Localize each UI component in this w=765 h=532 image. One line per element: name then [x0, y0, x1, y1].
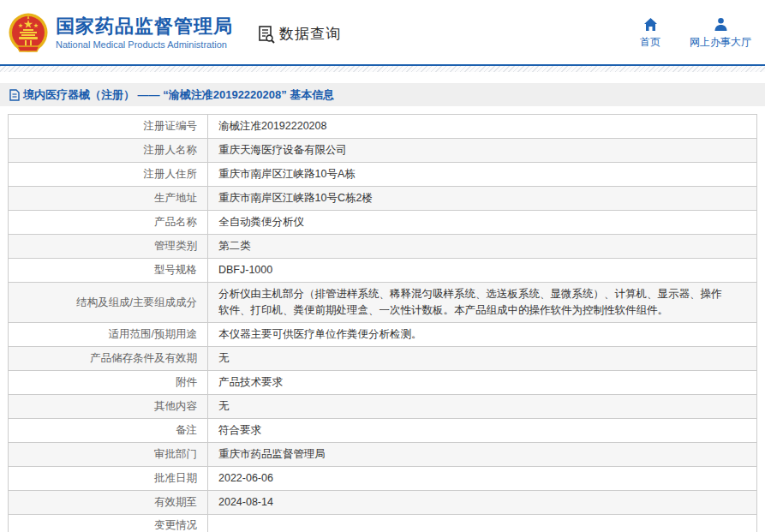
- row-value: 第二类: [208, 235, 757, 259]
- row-label: 批准日期: [9, 467, 208, 491]
- row-value: 重庆市南岸区江峡路10号C栋2楼: [208, 187, 757, 211]
- table-row: 注册证编号渝械注准20192220208: [9, 115, 757, 139]
- row-value: 2024-08-14: [208, 491, 757, 515]
- row-value: 本仪器主要可供医疗单位作粪便分析检测。: [208, 323, 757, 347]
- document-icon: [9, 89, 20, 101]
- table-row: 管理类别第二类: [9, 235, 757, 259]
- row-value: 重庆天海医疗设备有限公司: [208, 139, 757, 163]
- registration-info-table: 注册证编号渝械注准20192220208注册人名称重庆天海医疗设备有限公司注册人…: [8, 114, 757, 532]
- row-label: 审批部门: [9, 443, 208, 467]
- table-row: 结构及组成/主要组成成分分析仪由主机部分（排管进样系统、稀释混匀吸样系统、选送板…: [9, 283, 757, 323]
- row-label: 其他内容: [9, 395, 208, 419]
- table-row: 其他内容无: [9, 395, 757, 419]
- table-row: 生产地址重庆市南岸区江峡路10号C栋2楼: [9, 187, 757, 211]
- data-query-label: 数据查询: [279, 24, 341, 44]
- row-label: 注册人住所: [9, 163, 208, 187]
- table-row: 适用范围/预期用途本仪器主要可供医疗单位作粪便分析检测。: [9, 323, 757, 347]
- info-table-body: 注册证编号渝械注准20192220208注册人名称重庆天海医疗设备有限公司注册人…: [9, 115, 757, 532]
- nav-item-home[interactable]: 首页: [640, 17, 660, 50]
- table-row: 备注符合要求: [9, 419, 757, 443]
- row-label: 附件: [9, 371, 208, 395]
- top-nav: 首页 网上办事大厅: [640, 17, 751, 50]
- row-label: 产品储存条件及有效期: [9, 347, 208, 371]
- table-row: 批准日期2022-06-06: [9, 467, 757, 491]
- row-label: 管理类别: [9, 235, 208, 259]
- row-value: 渝械注准20192220208: [208, 115, 757, 139]
- row-value: 无: [208, 395, 757, 419]
- row-label: 有效期至: [9, 491, 208, 515]
- row-label: 适用范围/预期用途: [9, 323, 208, 347]
- document-search-icon: [257, 25, 276, 44]
- row-label: 产品名称: [9, 211, 208, 235]
- header-divider-hatch: [0, 66, 765, 72]
- agency-title: 国家药品监督管理局: [56, 15, 233, 38]
- row-value: 重庆市药品监督管理局: [208, 443, 757, 467]
- table-row: 审批部门重庆市药品监督管理局: [9, 443, 757, 467]
- table-row: 有效期至2024-08-14: [9, 491, 757, 515]
- top-header: 国家药品监督管理局 National Medical Products Admi…: [0, 0, 765, 64]
- breadcrumb-bar: 境内医疗器械（注册） —— “渝械注准20192220208” 基本信息: [0, 83, 765, 106]
- row-value: 全自动粪便分析仪: [208, 211, 757, 235]
- national-emblem-logo: [9, 12, 48, 55]
- row-value: 产品技术要求: [208, 371, 757, 395]
- row-value: 无: [208, 347, 757, 371]
- row-label: 注册人名称: [9, 139, 208, 163]
- row-label: 生产地址: [9, 187, 208, 211]
- table-row: 型号规格DBFJ-1000: [9, 259, 757, 283]
- row-value: DBFJ-1000: [208, 259, 757, 283]
- row-label: 备注: [9, 419, 208, 443]
- table-row: 变更情况: [9, 515, 757, 532]
- nav-service-hall-label: 网上办事大厅: [690, 35, 751, 50]
- row-label: 注册证编号: [9, 115, 208, 139]
- row-label: 结构及组成/主要组成成分: [9, 283, 208, 323]
- nav-item-service-hall[interactable]: 网上办事大厅: [690, 17, 751, 50]
- breadcrumb: 境内医疗器械（注册） —— “渝械注准20192220208” 基本信息: [9, 87, 334, 103]
- brand-block: 国家药品监督管理局 National Medical Products Admi…: [56, 15, 233, 50]
- registration-info-table-wrap: 注册证编号渝械注准20192220208注册人名称重庆天海医疗设备有限公司注册人…: [8, 114, 757, 532]
- home-icon: [643, 17, 658, 32]
- agency-subtitle: National Medical Products Administration: [56, 39, 233, 50]
- row-value: 符合要求: [208, 419, 757, 443]
- row-value: 重庆市南岸区江峡路10号A栋: [208, 163, 757, 187]
- row-label: 变更情况: [9, 515, 208, 532]
- data-query-nav[interactable]: 数据查询: [257, 24, 341, 44]
- table-row: 产品名称全自动粪便分析仪: [9, 211, 757, 235]
- table-row: 注册人住所重庆市南岸区江峡路10号A栋: [9, 163, 757, 187]
- row-value: 分析仪由主机部分（排管进样系统、稀释混匀吸样系统、选送板系统、显微系统）、计算机…: [208, 283, 757, 323]
- table-row: 注册人名称重庆天海医疗设备有限公司: [9, 139, 757, 163]
- person-icon: [714, 17, 728, 32]
- table-row: 产品储存条件及有效期无: [9, 347, 757, 371]
- row-value: 2022-06-06: [208, 467, 757, 491]
- row-label: 型号规格: [9, 259, 208, 283]
- table-row: 附件产品技术要求: [9, 371, 757, 395]
- row-value: [208, 515, 757, 532]
- nav-home-label: 首页: [640, 35, 660, 50]
- breadcrumb-text: 境内医疗器械（注册） —— “渝械注准20192220208” 基本信息: [23, 87, 334, 103]
